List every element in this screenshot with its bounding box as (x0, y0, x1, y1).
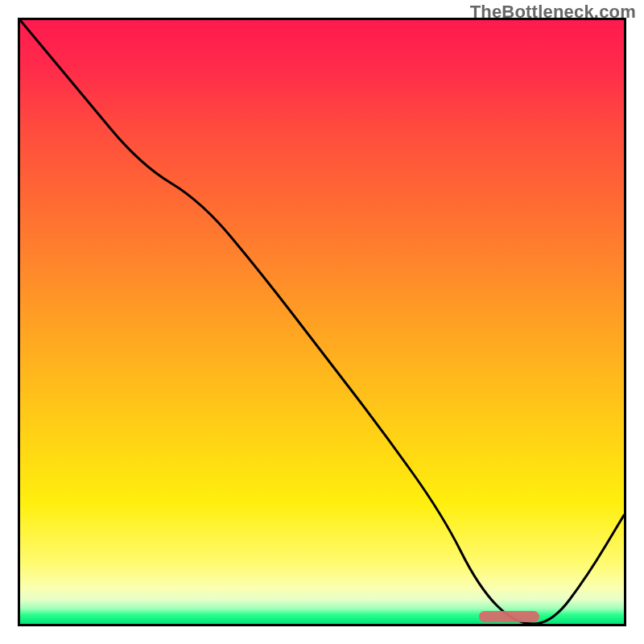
optimal-range-marker (479, 611, 539, 622)
plot-frame (18, 18, 626, 626)
chart-container: TheBottleneck.com (0, 0, 644, 644)
curve-path (20, 20, 624, 624)
bottleneck-curve (20, 20, 624, 624)
watermark-text: TheBottleneck.com (470, 2, 636, 23)
